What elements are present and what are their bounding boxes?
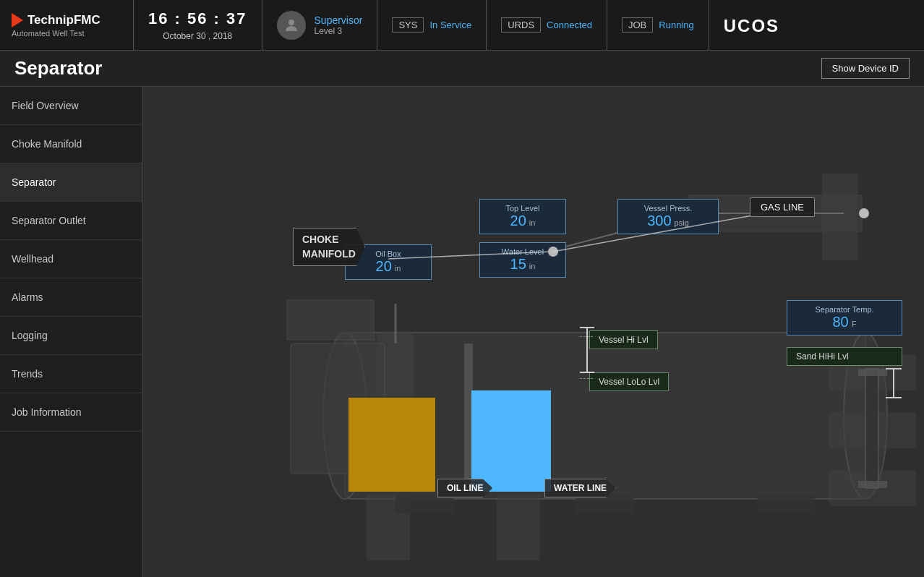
logo-area: TechnipFMC Automated Well Test (0, 0, 134, 50)
svg-point-0 (288, 20, 294, 25)
ucos-logo: UCOS (709, 14, 794, 37)
top-level-panel: Top Level 20 in (479, 199, 566, 234)
sidebar-item-logging[interactable]: Logging (0, 317, 142, 355)
sidebar-item-field-overview[interactable]: Field Overview (0, 87, 142, 125)
sand-hihi-lvl-box: Sand HiHi Lvl (787, 347, 902, 366)
vessel-hi-lvl-box: Vessel Hi Lvl (589, 330, 658, 349)
urds-status: URDS Connected (487, 0, 607, 50)
svg-rect-16 (576, 495, 634, 513)
status-area: SYS In Service URDS Connected JOB Runnin… (377, 0, 924, 50)
water-line-label: WATER LINE (544, 479, 616, 497)
top-level-value: 20 (510, 213, 526, 229)
sep-temp-value: 80 (833, 314, 849, 330)
user-info: Supervisor Level 3 (315, 14, 363, 36)
vessel-lolo-lvl-box: Vessel LoLo Lvl (589, 372, 669, 391)
sand-hihi-lvl-text: Sand HiHi Lvl (796, 351, 849, 362)
oil-line-label: OIL LINE (437, 479, 492, 497)
svg-rect-4 (287, 300, 374, 340)
vessel-press-unit: psig (675, 218, 689, 227)
vessel-press-label: Vessel Press. (625, 204, 711, 213)
choke-manifold-text: CHOKEMANIFOLD (302, 234, 356, 260)
urds-key: URDS (501, 17, 541, 33)
title-bar: Separator Show Device ID (0, 51, 924, 87)
sys-status: SYS In Service (377, 0, 487, 50)
svg-point-27 (859, 208, 869, 218)
user-area: Supervisor Level 3 (262, 0, 378, 50)
page-title: Separator (14, 57, 102, 80)
water-fill (471, 390, 551, 492)
svg-rect-12 (829, 412, 916, 448)
svg-rect-9 (367, 495, 410, 560)
svg-rect-15 (395, 495, 453, 513)
vessel-press-value: 300 (647, 213, 671, 229)
sidebar-item-job-information[interactable]: Job Information (0, 393, 142, 432)
top-level-label: Top Level (487, 204, 558, 213)
vessel-hi-lvl-text: Vessel Hi Lvl (599, 335, 649, 345)
time-area: 16 : 56 : 37 October 30 , 2018 (134, 0, 262, 50)
header: TechnipFMC Automated Well Test 16 : 56 :… (0, 0, 924, 51)
main-layout: Field Overview Choke Manifold Separator … (0, 87, 924, 577)
sidebar-item-trends[interactable]: Trends (0, 355, 142, 393)
sidebar-item-wellhead[interactable]: Wellhead (0, 240, 142, 278)
avatar (277, 11, 306, 40)
job-key: JOB (622, 17, 653, 33)
oil-box-value: 20 (376, 258, 392, 275)
water-level-panel: Water Level 15 in (479, 242, 566, 278)
logo-name: TechnipFMC (27, 13, 100, 27)
svg-rect-17 (757, 495, 815, 513)
svg-rect-18 (865, 369, 878, 488)
urds-val: Connected (547, 20, 592, 30)
oil-box-label: Oil Box (353, 249, 424, 258)
sidebar-item-separator[interactable]: Separator (0, 163, 142, 202)
sidebar: Field Overview Choke Manifold Separator … (0, 87, 142, 577)
job-val: Running (659, 20, 693, 30)
choke-manifold-label: CHOKEMANIFOLD (293, 228, 365, 266)
logo-triangle-icon (12, 13, 23, 27)
vessel-press-panel: Vessel Press. 300 psig (617, 199, 719, 234)
water-line-text: WATER LINE (554, 483, 607, 493)
sys-val: In Service (429, 20, 471, 30)
svg-rect-5 (377, 333, 414, 405)
svg-rect-20 (858, 481, 887, 488)
gas-line-label: GAS LINE (750, 197, 815, 217)
show-device-button[interactable]: Show Device ID (821, 58, 910, 79)
sys-key: SYS (392, 17, 424, 33)
logo-subtitle: Automated Well Test (12, 29, 84, 38)
water-level-label: Water Level (487, 247, 558, 256)
svg-rect-8 (822, 174, 858, 260)
gas-line-text: GAS LINE (761, 202, 804, 213)
sep-temp-unit: F (852, 320, 857, 328)
clock-date: October 30 , 2018 (163, 31, 232, 41)
sidebar-item-alarms[interactable]: Alarms (0, 278, 142, 317)
top-level-unit: in (529, 218, 536, 227)
lolo-level-line (580, 378, 593, 379)
oil-line-text: OIL LINE (447, 483, 483, 493)
content-area: Oil Box 20 in Top Level 20 in Water Leve… (142, 87, 924, 577)
svg-rect-13 (829, 470, 916, 506)
water-level-unit: in (529, 262, 536, 270)
hi-level-line (580, 336, 593, 337)
sep-temp-label: Separator Temp. (795, 305, 894, 314)
oil-fill (348, 398, 435, 492)
clock-time: 16 : 56 : 37 (148, 9, 247, 28)
oil-box-unit: in (395, 264, 401, 273)
vessel-lolo-lvl-text: Vessel LoLo Lvl (599, 377, 659, 387)
water-level-value: 15 (510, 256, 526, 273)
job-status: JOB Running (607, 0, 709, 50)
sep-temp-panel: Separator Temp. 80 F (787, 300, 902, 335)
user-level: Level 3 (315, 26, 363, 36)
svg-rect-10 (497, 495, 540, 560)
svg-rect-19 (858, 369, 887, 376)
user-name: Supervisor (315, 14, 363, 26)
sidebar-item-separator-outlet[interactable]: Separator Outlet (0, 202, 142, 240)
sidebar-item-choke-manifold[interactable]: Choke Manifold (0, 125, 142, 163)
